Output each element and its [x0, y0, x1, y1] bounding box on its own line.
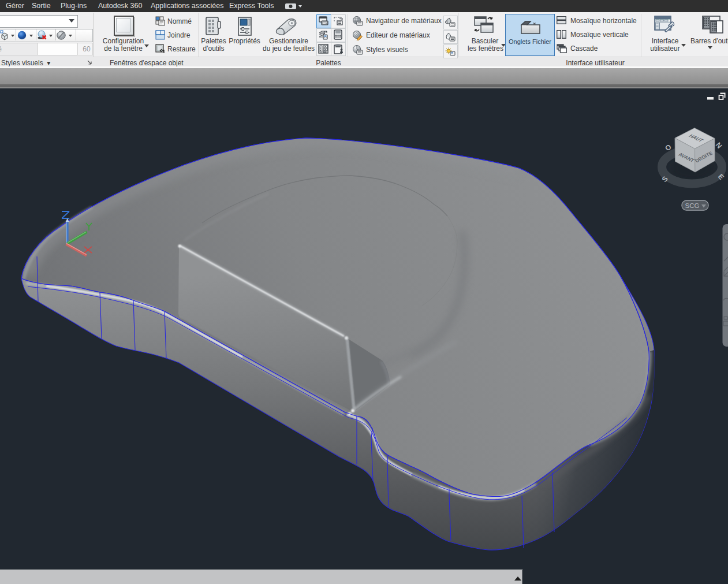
svg-text:SCG: SCG	[685, 202, 700, 209]
svg-text:N: N	[714, 141, 724, 150]
